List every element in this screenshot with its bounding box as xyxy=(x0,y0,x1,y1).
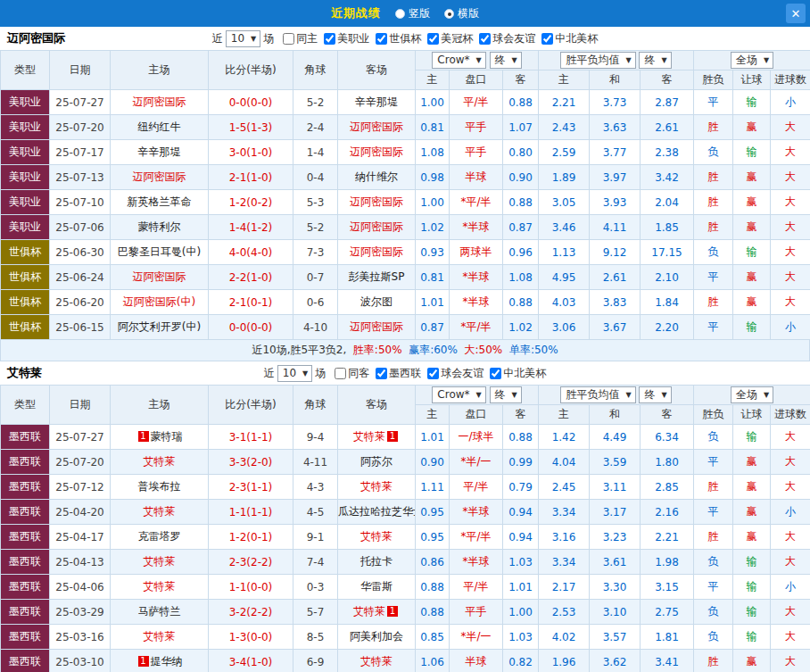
filter-checkbox[interactable]: 美职业 xyxy=(324,31,369,46)
team-link[interactable]: 波尔图 xyxy=(360,295,393,308)
games-count-select[interactable]: 10 ▼ xyxy=(277,365,312,382)
header-row: 类型 日期 主场 比分(半场) 角球 客场 Crow*▼ 终▼ 胜平负均值▼ 终… xyxy=(1,51,810,71)
team-link[interactable]: 迈阿密国际(中) xyxy=(123,295,195,308)
team-link[interactable]: 迈阿密国际 xyxy=(350,220,403,233)
team-link[interactable]: 迈阿密国际 xyxy=(350,195,403,208)
team-link[interactable]: 迈阿密国际 xyxy=(350,245,403,258)
team-link[interactable]: 艾特莱 xyxy=(353,605,385,618)
result-cell: 胜 xyxy=(694,475,733,500)
filter-checkbox[interactable]: 同主 xyxy=(283,31,318,46)
corner-cell: 5-2 xyxy=(293,90,338,115)
close-button[interactable]: ✕ xyxy=(786,4,806,23)
team-link[interactable]: 提华纳 xyxy=(151,655,183,668)
team-link[interactable]: 新英格兰革命 xyxy=(128,195,192,208)
match-scope-select[interactable]: 全场▼ xyxy=(731,52,773,69)
wdl-stage-select[interactable]: 终▼ xyxy=(639,52,671,69)
score-cell: 4-0(4-0) xyxy=(209,240,293,265)
layout-vertical-option[interactable]: 竖版 xyxy=(395,6,430,21)
team-link[interactable]: 马萨特兰 xyxy=(138,605,181,618)
team-link[interactable]: 蒙特利尔 xyxy=(138,220,181,233)
team-link[interactable]: 艾特莱 xyxy=(360,480,393,493)
match-row: 墨西联25-03-29马萨特兰3-2(2-2)5-7艾特莱10.88平手1.00… xyxy=(1,600,810,625)
handicap-stage-select[interactable]: 终▼ xyxy=(490,52,522,69)
filter-checkbox[interactable]: 球会友谊 xyxy=(427,366,484,381)
team-link[interactable]: 迈阿密国际 xyxy=(350,145,403,158)
wdl-average-select[interactable]: 胜平负均值▼ xyxy=(560,52,635,69)
team-link[interactable]: 阿尔艾利开罗(中) xyxy=(118,320,201,333)
team-link[interactable]: 纽约红牛 xyxy=(138,120,181,133)
team-link[interactable]: 托拉卡 xyxy=(360,555,393,568)
handicap-stage-select[interactable]: 终▼ xyxy=(490,386,522,403)
handicap-result-cell: 赢 xyxy=(733,290,771,315)
handicap-cell: *平/半 xyxy=(450,315,503,340)
bookmaker-select[interactable]: Crow*▼ xyxy=(432,386,485,403)
filter-checkbox[interactable]: 中北美杯 xyxy=(490,366,546,381)
filter-checkbox[interactable]: 世俱杯 xyxy=(376,31,421,46)
bookmaker-select[interactable]: Crow*▼ xyxy=(432,52,485,69)
checkbox-icon[interactable] xyxy=(376,368,387,379)
filter-checkbox[interactable]: 中北美杯 xyxy=(541,31,598,46)
filter-checkbox[interactable]: 美冠杯 xyxy=(427,31,473,46)
col-odds-draw: 和 xyxy=(590,71,641,90)
team-link[interactable]: 阿苏尔 xyxy=(360,455,393,468)
team-link[interactable]: 蒙特瑞 xyxy=(151,430,183,443)
col-type: 类型 xyxy=(1,51,50,90)
checkbox-icon[interactable] xyxy=(427,33,439,45)
team-link[interactable]: 迈阿密国际 xyxy=(133,270,186,283)
team-link[interactable]: 迈阿密国际 xyxy=(133,95,186,108)
type-cell: 墨西联 xyxy=(1,600,50,625)
team-link[interactable]: 迈阿密国际 xyxy=(350,320,403,333)
home-team-cell: 艾特莱 xyxy=(111,575,209,600)
ah-away-odds-cell: 0.88 xyxy=(503,90,539,115)
date-cell: 25-04-17 xyxy=(50,525,111,550)
wdl-average-select[interactable]: 胜平负均值▼ xyxy=(560,386,635,403)
col-home: 主场 xyxy=(111,51,209,90)
filter-checkbox[interactable]: 球会友谊 xyxy=(479,31,535,46)
team-link[interactable]: 彭美拉斯SP xyxy=(349,270,405,283)
team-link[interactable]: 巴黎圣日耳曼(中) xyxy=(118,245,201,258)
checkbox-icon[interactable] xyxy=(335,368,346,379)
team-link[interactable]: 艾特莱 xyxy=(144,555,176,568)
layout-horizontal-option[interactable]: 横版 xyxy=(444,6,479,21)
team-link[interactable]: 普埃布拉 xyxy=(138,480,181,493)
team-link[interactable]: 辛辛那堤 xyxy=(355,95,398,108)
filter-checkbox[interactable]: 墨西联 xyxy=(376,366,421,381)
result-cell: 胜 xyxy=(694,190,733,215)
date-cell: 25-04-13 xyxy=(50,550,111,575)
team-link[interactable]: 艾特莱 xyxy=(144,580,176,593)
team-link[interactable]: 艾特莱 xyxy=(353,430,385,443)
team-link[interactable]: 迈阿密国际 xyxy=(350,120,403,133)
checkbox-icon[interactable] xyxy=(490,368,501,379)
odds-home-cell: 4.03 xyxy=(539,290,590,315)
odds-draw-cell: 3.30 xyxy=(590,575,641,600)
checkbox-icon[interactable] xyxy=(376,33,387,45)
wdl-stage-select[interactable]: 终▼ xyxy=(639,386,671,403)
odds-home-cell: 3.46 xyxy=(539,215,590,240)
date-cell: 25-07-06 xyxy=(50,215,111,240)
team-link[interactable]: 克雷塔罗 xyxy=(138,530,181,543)
team-link[interactable]: 迈阿密国际 xyxy=(133,170,186,183)
match-rows: 墨西联25-07-271蒙特瑞3-1(1-1)9-4艾特莱11.01一/球半0.… xyxy=(1,425,810,672)
checkbox-icon[interactable] xyxy=(541,33,553,45)
checkbox-icon[interactable] xyxy=(324,33,335,45)
checkbox-icon[interactable] xyxy=(283,33,294,45)
team-link[interactable]: 艾特莱 xyxy=(360,530,393,543)
games-count-select[interactable]: 10 ▼ xyxy=(226,30,260,47)
filter-checkbox[interactable]: 同客 xyxy=(335,366,369,381)
result-cell: 平 xyxy=(694,90,733,115)
checkbox-icon[interactable] xyxy=(427,368,439,379)
team-link[interactable]: 阿美利加会 xyxy=(350,630,403,643)
away-team-cell: 波尔图 xyxy=(338,290,416,315)
team-link[interactable]: 艾特莱 xyxy=(144,505,176,518)
checkbox-icon[interactable] xyxy=(479,33,491,45)
team-link[interactable]: 瓜达拉哈拉芝华士 xyxy=(338,505,416,518)
odds-draw-cell: 3.59 xyxy=(590,450,641,475)
team-link[interactable]: 艾特莱 xyxy=(144,455,176,468)
team-link[interactable]: 艾特莱 xyxy=(144,630,176,643)
odds-home-cell: 2.43 xyxy=(539,115,590,140)
team-link[interactable]: 艾特莱 xyxy=(360,655,393,668)
team-link[interactable]: 华雷斯 xyxy=(360,580,393,593)
team-link[interactable]: 辛辛那堤 xyxy=(138,145,181,158)
match-scope-select[interactable]: 全场▼ xyxy=(731,386,773,403)
team-link[interactable]: 纳什维尔 xyxy=(355,170,398,183)
